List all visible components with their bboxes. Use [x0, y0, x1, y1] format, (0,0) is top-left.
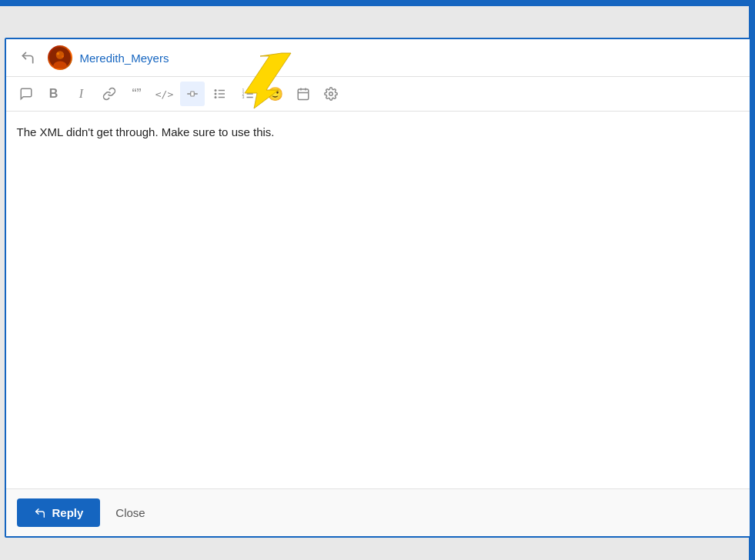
- svg-point-4: [56, 52, 59, 55]
- svg-point-11: [214, 89, 216, 92]
- bullet-list-toolbar-btn[interactable]: [208, 82, 232, 106]
- comment-toolbar-btn[interactable]: [14, 82, 38, 106]
- svg-point-12: [214, 93, 216, 95]
- avatar: [48, 45, 72, 70]
- editor-wrapper: Meredith_Meyers B I “” </>: [5, 38, 751, 538]
- svg-point-13: [214, 96, 216, 98]
- blockquote-toolbar-btn[interactable]: “”: [125, 82, 149, 106]
- hr-toolbar-btn[interactable]: [180, 82, 205, 106]
- reply-btn-label: Reply: [52, 506, 84, 519]
- link-toolbar-btn[interactable]: [97, 82, 122, 106]
- svg-point-5: [62, 55, 64, 58]
- username-link[interactable]: Meredith_Meyers: [80, 52, 169, 65]
- svg-rect-7: [190, 92, 194, 96]
- code-toolbar-btn[interactable]: </>: [152, 82, 177, 106]
- arrow-indicator: [239, 50, 300, 115]
- italic-toolbar-btn[interactable]: I: [69, 82, 94, 106]
- svg-point-24: [329, 92, 332, 96]
- svg-marker-0: [245, 53, 291, 108]
- top-bar: [0, 0, 755, 6]
- settings-toolbar-btn[interactable]: [319, 82, 343, 106]
- page-container: Meredith_Meyers B I “” </>: [0, 0, 755, 560]
- bold-toolbar-btn[interactable]: B: [42, 82, 66, 106]
- close-button[interactable]: Close: [109, 498, 151, 527]
- svg-point-2: [55, 51, 64, 59]
- reply-btn-icon: [34, 507, 46, 519]
- editor-toolbar: B I “” </>: [6, 77, 750, 112]
- editor-content[interactable]: The XML didn't get through. Make sure to…: [6, 112, 750, 488]
- header-row: Meredith_Meyers: [6, 39, 750, 77]
- reply-button[interactable]: Reply: [17, 498, 101, 527]
- footer-row: Reply Close: [6, 488, 750, 536]
- reply-header-icon[interactable]: [15, 45, 40, 70]
